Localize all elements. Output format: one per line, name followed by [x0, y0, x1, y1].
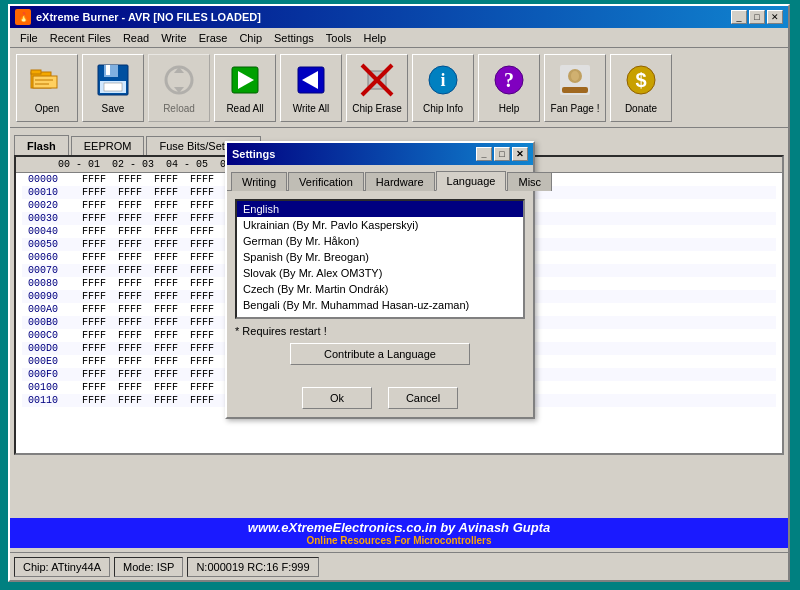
fan-page-label: Fan Page !	[551, 103, 600, 114]
chip-info-label: Chip Info	[423, 103, 463, 114]
read-all-icon	[226, 61, 264, 99]
read-all-button[interactable]: Read All	[214, 54, 276, 122]
main-window: 🔥 eXtreme Burner - AVR [NO FILES LOADED]…	[8, 4, 790, 582]
dialog-tab-verification[interactable]: Verification	[288, 172, 364, 191]
menu-file[interactable]: File	[14, 30, 44, 46]
svg-rect-2	[33, 76, 57, 88]
menu-bar: File Recent Files Read Write Erase Chip …	[10, 28, 788, 48]
open-label: Open	[35, 103, 59, 114]
settings-dialog: Settings _ □ ✕ Writing Verification Hard…	[225, 141, 535, 419]
window-title: eXtreme Burner - AVR [NO FILES LOADED]	[36, 11, 261, 23]
svg-point-24	[571, 71, 579, 81]
dialog-tab-writing[interactable]: Writing	[231, 172, 287, 191]
toolbar: Open Save	[10, 48, 788, 128]
donate-label: Donate	[625, 103, 657, 114]
title-bar-buttons: _ □ ✕	[731, 10, 783, 24]
dialog-content: English Ukrainian (By Mr. Pavlo Kaspersk…	[227, 191, 533, 383]
maximize-button[interactable]: □	[749, 10, 765, 24]
lang-item-slovak[interactable]: Slovak (By Mr. Alex OM3TY)	[237, 265, 523, 281]
menu-read[interactable]: Read	[117, 30, 155, 46]
chip-erase-icon	[358, 61, 396, 99]
save-label: Save	[102, 103, 125, 114]
svg-text:i: i	[440, 70, 445, 90]
watermark-url: www.eXtremeElectronics.co.in by Avinash …	[10, 520, 788, 535]
write-all-icon	[292, 61, 330, 99]
lang-item-czech[interactable]: Czech (By Mr. Martin Ondrák)	[237, 281, 523, 297]
dialog-minimize-button[interactable]: _	[476, 147, 492, 161]
fan-page-button[interactable]: Fan Page !	[544, 54, 606, 122]
lang-item-german[interactable]: German (By Mr. Håkon)	[237, 233, 523, 249]
app-icon: 🔥	[15, 9, 31, 25]
fan-page-icon	[556, 61, 594, 99]
minimize-button[interactable]: _	[731, 10, 747, 24]
lang-item-spanish[interactable]: Spanish (By Mr. Breogan)	[237, 249, 523, 265]
svg-text:?: ?	[504, 69, 514, 91]
save-button[interactable]: Save	[82, 54, 144, 122]
reload-icon	[160, 61, 198, 99]
help-icon: ?	[490, 61, 528, 99]
dialog-title-buttons: _ □ ✕	[476, 147, 528, 161]
svg-rect-7	[106, 65, 110, 75]
menu-help[interactable]: Help	[357, 30, 392, 46]
status-bar: Chip: ATtiny44A Mode: ISP N:000019 RC:16…	[10, 552, 788, 580]
dialog-ok-button[interactable]: Ok	[302, 387, 372, 409]
open-button[interactable]: Open	[16, 54, 78, 122]
donate-icon: $	[622, 61, 660, 99]
status-mode: Mode: ISP	[114, 557, 183, 577]
svg-rect-1	[31, 70, 41, 74]
lang-item-bengali[interactable]: Bengali (By Mr. Muhammad Hasan-uz-zaman)	[237, 297, 523, 313]
menu-write[interactable]: Write	[155, 30, 192, 46]
dialog-tab-misc[interactable]: Misc	[507, 172, 552, 191]
dialog-tab-strip: Writing Verification Hardware Language M…	[227, 165, 533, 191]
chip-erase-label: Chip Erase	[352, 103, 401, 114]
language-list: English Ukrainian (By Mr. Pavlo Kaspersk…	[237, 201, 523, 313]
menu-tools[interactable]: Tools	[320, 30, 358, 46]
donate-button[interactable]: $ Donate	[610, 54, 672, 122]
dialog-title-bar: Settings _ □ ✕	[227, 143, 533, 165]
dialog-close-button[interactable]: ✕	[512, 147, 528, 161]
menu-erase[interactable]: Erase	[193, 30, 234, 46]
title-bar: 🔥 eXtreme Burner - AVR [NO FILES LOADED]…	[10, 6, 788, 28]
svg-text:$: $	[635, 69, 646, 91]
dialog-title-text: Settings	[232, 148, 275, 160]
reload-label: Reload	[163, 103, 195, 114]
dialog-tab-hardware[interactable]: Hardware	[365, 172, 435, 191]
open-icon	[28, 61, 66, 99]
write-all-label: Write All	[293, 103, 330, 114]
tab-flash[interactable]: Flash	[14, 135, 69, 155]
language-listbox[interactable]: English Ukrainian (By Mr. Pavlo Kaspersk…	[235, 199, 525, 319]
lang-item-ukrainian[interactable]: Ukrainian (By Mr. Pavlo Kasperskyi)	[237, 217, 523, 233]
svg-rect-25	[562, 87, 588, 93]
reload-button[interactable]: Reload	[148, 54, 210, 122]
write-all-button[interactable]: Write All	[280, 54, 342, 122]
restart-note: * Requires restart !	[235, 325, 525, 337]
dialog-maximize-button[interactable]: □	[494, 147, 510, 161]
close-button[interactable]: ✕	[767, 10, 783, 24]
watermark: www.eXtremeElectronics.co.in by Avinash …	[10, 518, 788, 548]
read-all-label: Read All	[226, 103, 263, 114]
contribute-language-button[interactable]: Contribute a Language	[290, 343, 470, 365]
tab-eeprom[interactable]: EEPROM	[71, 136, 145, 155]
chip-info-icon: i	[424, 61, 462, 99]
status-position: N:000019 RC:16 F:999	[187, 557, 318, 577]
title-bar-left: 🔥 eXtreme Burner - AVR [NO FILES LOADED]	[15, 9, 261, 25]
menu-recent[interactable]: Recent Files	[44, 30, 117, 46]
help-button[interactable]: ? Help	[478, 54, 540, 122]
language-listbox-container: English Ukrainian (By Mr. Pavlo Kaspersk…	[235, 199, 525, 319]
lang-item-english[interactable]: English	[237, 201, 523, 217]
dialog-action-buttons: Ok Cancel	[227, 383, 533, 417]
chip-erase-button[interactable]: Chip Erase	[346, 54, 408, 122]
watermark-tagline: Online Resources For Microcontrollers	[10, 535, 788, 546]
help-label: Help	[499, 103, 520, 114]
chip-info-button[interactable]: i Chip Info	[412, 54, 474, 122]
svg-rect-9	[104, 83, 122, 91]
menu-chip[interactable]: Chip	[233, 30, 268, 46]
status-chip: Chip: ATtiny44A	[14, 557, 110, 577]
save-icon	[94, 61, 132, 99]
dialog-tab-language[interactable]: Language	[436, 171, 507, 191]
dialog-cancel-button[interactable]: Cancel	[388, 387, 458, 409]
menu-settings[interactable]: Settings	[268, 30, 320, 46]
